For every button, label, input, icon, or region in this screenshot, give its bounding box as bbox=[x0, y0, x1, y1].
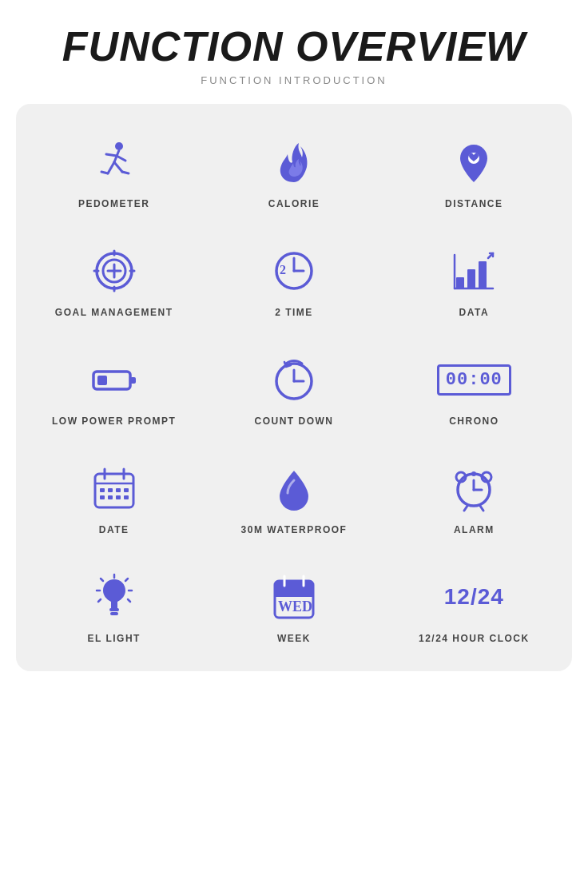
low-power-label: LOW POWER PROMPT bbox=[52, 416, 176, 427]
svg-line-7 bbox=[122, 172, 129, 173]
feature-chrono: 00:00 CHRONO bbox=[384, 337, 564, 438]
calorie-icon bbox=[266, 134, 322, 190]
alarm-label: ALARM bbox=[454, 524, 495, 535]
clock1224-label: 12/24 HOUR CLOCK bbox=[419, 633, 530, 644]
2time-label: 2 TIME bbox=[275, 307, 313, 318]
features-grid: PEDOMETER CALORIE bbox=[24, 120, 564, 655]
feature-week: WED WEEK bbox=[204, 555, 383, 655]
week-label: WEEK bbox=[277, 633, 311, 644]
svg-rect-63 bbox=[275, 591, 313, 597]
light-icon bbox=[86, 569, 142, 625]
svg-rect-36 bbox=[100, 488, 105, 492]
feature-pedometer: PEDOMETER bbox=[24, 120, 204, 221]
svg-line-49 bbox=[464, 506, 467, 511]
svg-line-59 bbox=[98, 599, 101, 602]
svg-rect-53 bbox=[110, 612, 118, 615]
svg-rect-52 bbox=[109, 608, 119, 611]
clock1224-icon: 12/24 bbox=[446, 569, 502, 625]
svg-rect-40 bbox=[100, 495, 105, 499]
data-icon bbox=[446, 243, 502, 299]
svg-line-3 bbox=[117, 156, 125, 161]
svg-rect-39 bbox=[124, 488, 129, 492]
svg-line-4 bbox=[108, 162, 114, 173]
svg-text:2: 2 bbox=[280, 263, 286, 276]
goal-icon bbox=[86, 243, 142, 299]
date-label: DATE bbox=[99, 524, 129, 535]
distance-icon bbox=[446, 134, 502, 190]
alarm-icon bbox=[446, 460, 502, 516]
feature-calorie: CALORIE bbox=[204, 120, 383, 221]
svg-rect-43 bbox=[124, 495, 129, 499]
chrono-display: 00:00 bbox=[437, 364, 511, 396]
date-icon bbox=[86, 460, 142, 516]
battery-icon bbox=[86, 352, 142, 408]
svg-rect-42 bbox=[116, 495, 121, 499]
page-title: FUNCTION OVERVIEW bbox=[62, 24, 526, 70]
feature-date: DATE bbox=[24, 446, 204, 547]
goal-label: GOAL MANAGEMENT bbox=[55, 307, 173, 318]
pedometer-label: PEDOMETER bbox=[78, 198, 150, 209]
svg-line-58 bbox=[125, 579, 128, 581]
clock1224-display: 12/24 bbox=[444, 584, 504, 610]
feature-2time: 2 2 TIME bbox=[204, 229, 383, 329]
feature-waterproof: 30M WATERPROOF bbox=[204, 446, 383, 547]
svg-line-50 bbox=[480, 506, 483, 511]
chrono-icon: 00:00 bbox=[446, 352, 502, 408]
svg-rect-41 bbox=[108, 495, 113, 499]
page-subtitle: FUNCTION INTRODUCTION bbox=[201, 74, 387, 86]
svg-text:WED: WED bbox=[278, 599, 312, 614]
calorie-label: CALORIE bbox=[268, 198, 320, 209]
feature-goal: GOAL MANAGEMENT bbox=[24, 229, 204, 329]
distance-label: DISTANCE bbox=[445, 198, 503, 209]
svg-rect-28 bbox=[97, 376, 107, 385]
countdown-label: COUNT DOWN bbox=[254, 416, 333, 427]
svg-line-2 bbox=[106, 154, 117, 156]
svg-rect-21 bbox=[456, 277, 464, 288]
week-icon: WED bbox=[266, 569, 322, 625]
svg-line-6 bbox=[101, 172, 108, 173]
svg-rect-38 bbox=[116, 488, 121, 492]
feature-ellight: EL LIGHT bbox=[24, 555, 204, 655]
feature-countdown: COUNT DOWN bbox=[204, 337, 383, 438]
svg-line-57 bbox=[101, 579, 103, 581]
svg-line-5 bbox=[114, 162, 122, 172]
pedometer-icon bbox=[86, 134, 142, 190]
2time-icon: 2 bbox=[266, 243, 322, 299]
waterproof-label: 30M WATERPROOF bbox=[241, 524, 348, 535]
feature-low-power: LOW POWER PROMPT bbox=[24, 337, 204, 438]
feature-data: DATA bbox=[384, 229, 564, 329]
svg-line-60 bbox=[128, 599, 130, 602]
svg-point-0 bbox=[115, 142, 123, 150]
feature-distance: DISTANCE bbox=[384, 120, 564, 221]
data-label: DATA bbox=[459, 307, 490, 318]
svg-rect-22 bbox=[467, 269, 475, 288]
features-grid-container: PEDOMETER CALORIE bbox=[16, 104, 572, 671]
feature-alarm: ALARM bbox=[384, 446, 564, 547]
chrono-label: CHRONO bbox=[449, 416, 499, 427]
svg-rect-27 bbox=[130, 377, 136, 384]
ellight-label: EL LIGHT bbox=[87, 633, 140, 644]
feature-clock1224: 12/24 12/24 HOUR CLOCK bbox=[384, 555, 564, 655]
svg-rect-23 bbox=[479, 261, 487, 288]
water-icon bbox=[266, 460, 322, 516]
svg-rect-37 bbox=[108, 488, 113, 492]
countdown-icon bbox=[266, 352, 322, 408]
svg-point-51 bbox=[471, 471, 476, 476]
